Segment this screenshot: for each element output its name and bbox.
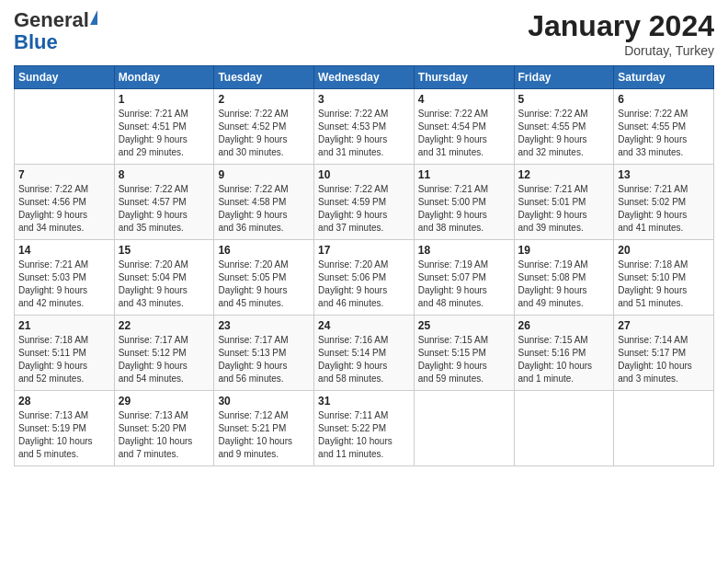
day-info: Sunrise: 7:21 AM Sunset: 5:01 PM Dayligh… [518, 183, 610, 235]
day-info: Sunrise: 7:21 AM Sunset: 5:00 PM Dayligh… [418, 183, 510, 235]
day-info: Sunrise: 7:22 AM Sunset: 4:53 PM Dayligh… [318, 108, 410, 159]
table-row: 7Sunrise: 7:22 AM Sunset: 4:56 PM Daylig… [15, 165, 115, 240]
day-info: Sunrise: 7:22 AM Sunset: 4:56 PM Dayligh… [18, 183, 110, 235]
page-container: General Blue January 2024 Dorutay, Turke… [0, 0, 728, 476]
calendar-week-row: 14Sunrise: 7:21 AM Sunset: 5:03 PM Dayli… [15, 240, 714, 316]
table-row: 29Sunrise: 7:13 AM Sunset: 5:20 PM Dayli… [114, 391, 214, 466]
day-info: Sunrise: 7:14 AM Sunset: 5:17 PM Dayligh… [618, 334, 710, 385]
day-number: 17 [318, 244, 410, 257]
day-info: Sunrise: 7:22 AM Sunset: 4:54 PM Dayligh… [418, 108, 510, 159]
day-info: Sunrise: 7:18 AM Sunset: 5:11 PM Dayligh… [18, 334, 110, 385]
day-info: Sunrise: 7:22 AM Sunset: 4:55 PM Dayligh… [618, 108, 710, 159]
table-row: 21Sunrise: 7:18 AM Sunset: 5:11 PM Dayli… [15, 316, 115, 391]
day-info: Sunrise: 7:13 AM Sunset: 5:19 PM Dayligh… [18, 409, 110, 461]
day-number: 1 [119, 93, 210, 106]
calendar-week-row: 7Sunrise: 7:22 AM Sunset: 4:56 PM Daylig… [15, 165, 714, 240]
day-info: Sunrise: 7:22 AM Sunset: 4:57 PM Dayligh… [119, 183, 210, 235]
day-info: Sunrise: 7:20 AM Sunset: 5:04 PM Dayligh… [119, 259, 210, 310]
table-row: 19Sunrise: 7:19 AM Sunset: 5:08 PM Dayli… [514, 240, 614, 316]
table-row: 12Sunrise: 7:21 AM Sunset: 5:01 PM Dayli… [514, 165, 614, 240]
table-row [15, 89, 115, 165]
table-row: 3Sunrise: 7:22 AM Sunset: 4:53 PM Daylig… [314, 89, 415, 165]
location-subtitle: Dorutay, Turkey [528, 43, 714, 58]
table-row [614, 391, 714, 466]
day-info: Sunrise: 7:11 AM Sunset: 5:22 PM Dayligh… [318, 409, 410, 461]
table-row: 5Sunrise: 7:22 AM Sunset: 4:55 PM Daylig… [514, 89, 614, 165]
col-sunday: Sunday [15, 66, 115, 89]
calendar-table: Sunday Monday Tuesday Wednesday Thursday… [14, 65, 714, 466]
col-monday: Monday [114, 66, 214, 89]
table-row: 1Sunrise: 7:21 AM Sunset: 4:51 PM Daylig… [114, 89, 214, 165]
day-number: 5 [518, 93, 610, 106]
table-row: 26Sunrise: 7:15 AM Sunset: 5:16 PM Dayli… [514, 316, 614, 391]
table-row: 22Sunrise: 7:17 AM Sunset: 5:12 PM Dayli… [114, 316, 214, 391]
day-number: 29 [119, 395, 210, 408]
day-number: 20 [618, 244, 710, 257]
day-info: Sunrise: 7:19 AM Sunset: 5:07 PM Dayligh… [418, 259, 510, 310]
day-info: Sunrise: 7:19 AM Sunset: 5:08 PM Dayligh… [518, 259, 610, 310]
col-friday: Friday [514, 66, 614, 89]
day-info: Sunrise: 7:15 AM Sunset: 5:15 PM Dayligh… [418, 334, 510, 385]
day-info: Sunrise: 7:20 AM Sunset: 5:05 PM Dayligh… [218, 259, 310, 310]
day-info: Sunrise: 7:15 AM Sunset: 5:16 PM Dayligh… [518, 334, 610, 385]
day-number: 21 [18, 319, 110, 332]
header: General Blue January 2024 Dorutay, Turke… [14, 9, 714, 58]
day-number: 7 [18, 168, 110, 181]
table-row: 25Sunrise: 7:15 AM Sunset: 5:15 PM Dayli… [414, 316, 514, 391]
day-number: 31 [318, 395, 410, 408]
day-number: 4 [418, 93, 510, 106]
day-info: Sunrise: 7:17 AM Sunset: 5:12 PM Dayligh… [119, 334, 210, 385]
day-info: Sunrise: 7:21 AM Sunset: 5:02 PM Dayligh… [618, 183, 710, 235]
day-number: 27 [618, 319, 710, 332]
table-row: 24Sunrise: 7:16 AM Sunset: 5:14 PM Dayli… [314, 316, 415, 391]
month-year-title: January 2024 [528, 9, 714, 43]
day-info: Sunrise: 7:21 AM Sunset: 4:51 PM Dayligh… [119, 108, 210, 159]
day-number: 18 [418, 244, 510, 257]
calendar-week-row: 1Sunrise: 7:21 AM Sunset: 4:51 PM Daylig… [15, 89, 714, 165]
day-number: 2 [218, 93, 310, 106]
day-number: 3 [318, 93, 410, 106]
day-number: 6 [618, 93, 710, 106]
day-number: 25 [418, 319, 510, 332]
table-row: 30Sunrise: 7:12 AM Sunset: 5:21 PM Dayli… [214, 391, 314, 466]
day-number: 8 [119, 168, 210, 181]
day-number: 10 [318, 168, 410, 181]
table-row: 15Sunrise: 7:20 AM Sunset: 5:04 PM Dayli… [114, 240, 214, 316]
day-number: 13 [618, 168, 710, 181]
table-row [414, 391, 514, 466]
day-number: 11 [418, 168, 510, 181]
table-row: 16Sunrise: 7:20 AM Sunset: 5:05 PM Dayli… [214, 240, 314, 316]
day-number: 9 [218, 168, 310, 181]
logo: General Blue [14, 9, 97, 53]
calendar-header-row: Sunday Monday Tuesday Wednesday Thursday… [15, 66, 714, 89]
logo-general-text: General [14, 9, 89, 31]
logo-blue-text: Blue [14, 31, 58, 53]
day-info: Sunrise: 7:22 AM Sunset: 4:59 PM Dayligh… [318, 183, 410, 235]
day-number: 16 [218, 244, 310, 257]
day-info: Sunrise: 7:12 AM Sunset: 5:21 PM Dayligh… [218, 409, 310, 461]
day-number: 24 [318, 319, 410, 332]
day-info: Sunrise: 7:13 AM Sunset: 5:20 PM Dayligh… [119, 409, 210, 461]
logo-triangle-icon [90, 10, 97, 25]
table-row: 20Sunrise: 7:18 AM Sunset: 5:10 PM Dayli… [614, 240, 714, 316]
day-number: 19 [518, 244, 610, 257]
table-row: 18Sunrise: 7:19 AM Sunset: 5:07 PM Dayli… [414, 240, 514, 316]
day-number: 30 [218, 395, 310, 408]
day-info: Sunrise: 7:22 AM Sunset: 4:55 PM Dayligh… [518, 108, 610, 159]
table-row: 6Sunrise: 7:22 AM Sunset: 4:55 PM Daylig… [614, 89, 714, 165]
col-tuesday: Tuesday [214, 66, 314, 89]
day-number: 26 [518, 319, 610, 332]
day-info: Sunrise: 7:17 AM Sunset: 5:13 PM Dayligh… [218, 334, 310, 385]
day-number: 28 [18, 395, 110, 408]
col-thursday: Thursday [414, 66, 514, 89]
day-number: 22 [119, 319, 210, 332]
day-info: Sunrise: 7:21 AM Sunset: 5:03 PM Dayligh… [18, 259, 110, 310]
day-number: 14 [18, 244, 110, 257]
table-row: 11Sunrise: 7:21 AM Sunset: 5:00 PM Dayli… [414, 165, 514, 240]
table-row: 27Sunrise: 7:14 AM Sunset: 5:17 PM Dayli… [614, 316, 714, 391]
day-info: Sunrise: 7:16 AM Sunset: 5:14 PM Dayligh… [318, 334, 410, 385]
day-number: 23 [218, 319, 310, 332]
table-row: 2Sunrise: 7:22 AM Sunset: 4:52 PM Daylig… [214, 89, 314, 165]
col-saturday: Saturday [614, 66, 714, 89]
table-row: 23Sunrise: 7:17 AM Sunset: 5:13 PM Dayli… [214, 316, 314, 391]
